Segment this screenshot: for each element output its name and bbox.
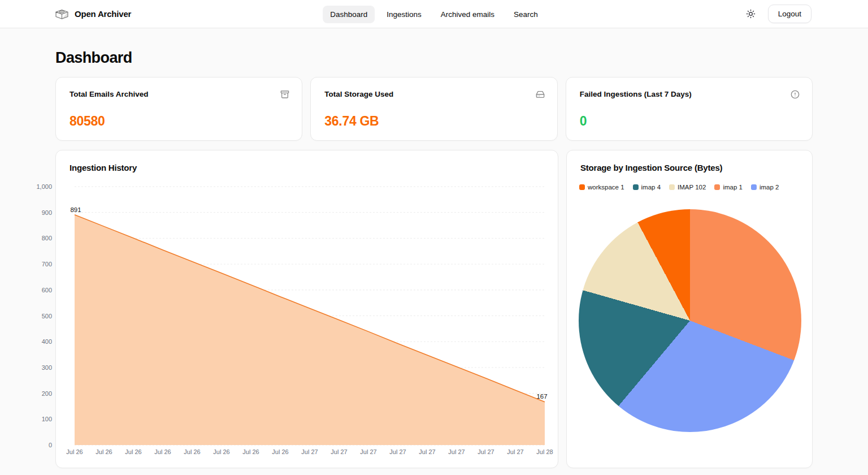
y-tick-label: 600 [42,287,52,293]
x-tick-label: Jul 26 [66,448,83,455]
x-tick-label: Jul 26 [213,448,229,455]
logout-button[interactable]: Logout [768,5,811,23]
stats-row: Total Emails Archived 80580 Total Storag… [55,77,813,141]
chart-title: Ingestion History [56,150,558,172]
legend-swatch [633,184,639,190]
area-chart-svg [75,187,545,445]
legend-label: workspace 1 [588,184,624,191]
y-tick-label: 0 [49,442,52,448]
x-tick-label: Jul 26 [125,448,141,455]
data-label-last: 167 [536,393,547,401]
pie-chart[interactable] [579,209,801,432]
x-tick-label: Jul 27 [507,448,523,455]
hard-drive-icon [536,90,545,101]
ingestion-history-chart-card: Ingestion History 0100200300400500600700… [55,150,558,468]
x-tick-label: Jul 26 [154,448,171,455]
x-tick-label: Jul 27 [389,448,406,455]
stat-card-failed-ingestions: Failed Ingestions (Last 7 Days) 0 [566,77,813,141]
nav-item-ingestions[interactable]: Ingestions [379,6,429,23]
stat-card-total-emails: Total Emails Archived 80580 [55,77,302,141]
legend-swatch [714,184,720,190]
theme-toggle-sun-icon[interactable] [746,9,756,19]
legend-item[interactable]: workspace 1 [579,184,624,191]
y-tick-label: 300 [42,364,52,371]
alert-circle-icon [791,90,800,101]
data-label-first: 891 [70,206,81,214]
storage-by-source-chart-card: Storage by Ingestion Source (Bytes) work… [566,150,813,468]
x-tick-label: Jul 27 [301,448,318,455]
chart-title: Storage by Ingestion Source (Bytes) [567,150,812,172]
pie-legend: workspace 1 imap 4 IMAP 102 imap 1 imap … [567,172,812,191]
x-tick-label: Jul 27 [448,448,465,455]
y-axis-labels: 01002003004005006007008009001,000 [37,187,52,445]
y-tick-label: 700 [42,261,52,267]
legend-item[interactable]: imap 1 [714,184,743,191]
stat-label: Total Storage Used [324,90,543,98]
legend-label: imap 4 [641,184,661,191]
legend-item[interactable]: imap 2 [751,184,779,191]
x-tick-label: Jul 26 [184,448,200,455]
legend-item[interactable]: IMAP 102 [669,184,706,191]
stat-card-total-storage: Total Storage Used 36.74 GB [310,77,557,141]
nav-item-dashboard[interactable]: Dashboard [323,6,375,23]
archive-box-logo-icon [54,7,70,20]
stat-label: Total Emails Archived [70,90,288,98]
area-chart-plot[interactable]: 891 167 [75,187,545,445]
y-tick-label: 900 [42,209,52,216]
main-nav: Dashboard Ingestions Archived emails Sea… [323,0,545,28]
x-tick-label: Jul 27 [419,448,435,455]
legend-swatch [669,184,675,190]
charts-row: Ingestion History 0100200300400500600700… [55,150,813,468]
x-tick-label: Jul 27 [478,448,494,455]
x-tick-label: Jul 27 [331,448,347,455]
legend-swatch [751,184,757,190]
legend-label: IMAP 102 [678,184,706,191]
archive-icon [280,90,289,101]
x-tick-label: Jul 27 [360,448,376,455]
x-tick-label: Jul 26 [272,448,288,455]
stat-value: 36.74 GB [324,114,543,129]
y-tick-label: 200 [42,390,52,397]
main-content: Dashboard Total Emails Archived 80580 To… [55,49,813,468]
stat-value: 80580 [70,114,288,129]
legend-label: imap 1 [723,184,743,191]
y-tick-label: 100 [42,416,52,422]
brand[interactable]: Open Archiver [54,7,131,20]
brand-name: Open Archiver [75,9,131,19]
nav-item-archived-emails[interactable]: Archived emails [433,6,502,23]
y-tick-label: 800 [42,235,52,241]
y-tick-label: 1,000 [36,183,52,190]
legend-item[interactable]: imap 4 [633,184,661,191]
nav-item-search[interactable]: Search [506,6,545,23]
stat-value: 0 [580,114,798,129]
stat-label: Failed Ingestions (Last 7 Days) [580,90,798,98]
x-tick-label: Jul 26 [96,448,112,455]
page-title: Dashboard [55,49,813,67]
x-tick-label: Jul 26 [242,448,259,455]
top-bar: Open Archiver Dashboard Ingestions Archi… [0,0,868,28]
x-tick-label: Jul 28 [536,448,553,455]
legend-swatch [579,184,585,190]
legend-label: imap 2 [760,184,779,191]
y-tick-label: 500 [42,313,52,319]
y-tick-label: 400 [42,338,52,345]
